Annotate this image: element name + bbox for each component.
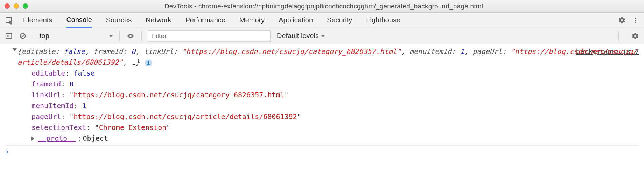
chevron-down-icon bbox=[109, 35, 113, 37]
toggle-drawer-icon[interactable] bbox=[5, 32, 13, 40]
context-value: top bbox=[40, 32, 49, 40]
devtools-tabbar: Elements Console Sources Network Perform… bbox=[0, 13, 644, 28]
svg-point-7 bbox=[130, 35, 132, 37]
tab-security[interactable]: Security bbox=[327, 13, 352, 28]
filter-input[interactable] bbox=[148, 30, 271, 42]
console-log-entry[interactable]: {editable: false, frameId: 0, linkUrl: "… bbox=[5, 46, 639, 146]
window-title: DevTools - chrome-extension://npbmmgdela… bbox=[7, 2, 640, 10]
tab-label: Elements bbox=[23, 16, 52, 24]
object-properties: editable: false frameId: 0 linkUrl: http… bbox=[18, 68, 639, 144]
chevron-down-icon bbox=[321, 35, 325, 37]
log-levels-selector[interactable]: Default levels bbox=[277, 32, 325, 40]
console-toolbar: top Default levels bbox=[0, 28, 644, 44]
svg-point-1 bbox=[635, 18, 636, 19]
expand-right-icon[interactable] bbox=[31, 136, 34, 141]
svg-point-2 bbox=[635, 20, 636, 21]
tab-sources[interactable]: Sources bbox=[106, 13, 132, 28]
object-property[interactable]: pageUrl: https://blog.csdn.net/csucjq/ar… bbox=[31, 111, 639, 122]
console-body: background.js:7 {editable: false, frameI… bbox=[0, 44, 644, 146]
tab-application[interactable]: Application bbox=[279, 13, 313, 28]
console-settings-gear-icon[interactable] bbox=[631, 32, 639, 40]
tab-console[interactable]: Console bbox=[66, 13, 92, 28]
object-property[interactable]: linkUrl: https://blog.csdn.net/csucjq/ca… bbox=[31, 90, 639, 100]
prompt-caret: › bbox=[5, 147, 9, 156]
tab-label: Memory bbox=[239, 16, 265, 24]
svg-point-3 bbox=[635, 22, 636, 23]
object-property[interactable]: menuItemId: 1 bbox=[31, 100, 639, 111]
object-property[interactable]: editable: false bbox=[31, 68, 639, 79]
tab-memory[interactable]: Memory bbox=[239, 13, 265, 28]
expand-toggle-icon[interactable] bbox=[13, 48, 17, 51]
inspect-element-icon[interactable] bbox=[5, 16, 13, 24]
toolbar-separator bbox=[33, 31, 33, 41]
tab-performance[interactable]: Performance bbox=[186, 13, 226, 28]
tab-elements[interactable]: Elements bbox=[23, 13, 52, 28]
object-proto[interactable]: __proto__: Object bbox=[31, 133, 639, 144]
live-expression-eye-icon[interactable] bbox=[126, 32, 135, 40]
tab-lighthouse[interactable]: Lighthouse bbox=[366, 13, 400, 28]
toolbar-separator bbox=[141, 31, 142, 41]
more-menu-icon[interactable] bbox=[632, 16, 639, 24]
context-selector[interactable]: top bbox=[40, 32, 113, 40]
toolbar-separator bbox=[618, 31, 619, 41]
tab-label: Network bbox=[146, 16, 171, 24]
tab-label: Sources bbox=[106, 16, 132, 24]
object-property[interactable]: frameId: 0 bbox=[31, 79, 639, 90]
settings-gear-icon[interactable] bbox=[618, 16, 626, 24]
tab-label: Performance bbox=[186, 16, 226, 24]
object-property[interactable]: selectionText: Chrome Extension bbox=[31, 122, 639, 133]
tab-network[interactable]: Network bbox=[146, 13, 171, 28]
window-titlebar: DevTools - chrome-extension://npbmmgdela… bbox=[0, 0, 644, 13]
clear-console-icon[interactable] bbox=[19, 32, 27, 40]
console-prompt[interactable]: › bbox=[0, 146, 644, 156]
levels-label: Default levels bbox=[277, 32, 319, 40]
svg-line-6 bbox=[21, 34, 25, 38]
tab-label: Security bbox=[327, 16, 352, 24]
tab-label: Lighthouse bbox=[366, 16, 400, 24]
object-summary: {editable: false, frameId: 0, linkUrl: "… bbox=[18, 46, 639, 68]
tab-label: Console bbox=[66, 16, 92, 24]
toolbar-separator bbox=[119, 31, 120, 41]
info-badge-icon[interactable]: i bbox=[145, 60, 152, 66]
tab-label: Application bbox=[279, 16, 313, 24]
